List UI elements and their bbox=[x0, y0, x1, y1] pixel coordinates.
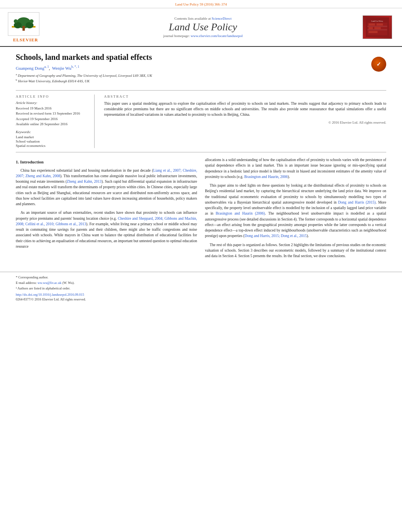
abstract-text: This paper uses a spatial modeling appro… bbox=[104, 101, 386, 118]
svg-rect-15 bbox=[374, 27, 381, 29]
intro-para-1: China has experienced substantial land a… bbox=[16, 168, 197, 207]
affiliation-1-text: Department of Geography and Planning, Th… bbox=[18, 74, 152, 78]
doi-anchor[interactable]: http://dx.doi.org/10.1016/j.landusepol.2… bbox=[16, 293, 84, 297]
ref-brasington-haurin[interactable]: Brasington and Haurin (2006) bbox=[216, 211, 265, 215]
abstract-header: ABSTRACT bbox=[104, 95, 386, 98]
author-email-link[interactable]: ww.wu@liv.ac.uk bbox=[37, 281, 61, 285]
journal-logo-image: Land Use Policy bbox=[365, 17, 390, 37]
copyright-line: © 2016 Elsevier Ltd. All rights reserved… bbox=[104, 120, 386, 124]
article-content: Schools, land markets and spatial effect… bbox=[0, 47, 402, 268]
elsevier-logo: ELSEVIER bbox=[8, 12, 43, 42]
ref-liang-2007[interactable]: Liang et al., 2007; Cheshire, 2007; Zhen… bbox=[16, 169, 197, 178]
crossmark-icon: ✓ bbox=[371, 57, 386, 72]
svg-rect-13 bbox=[376, 23, 383, 25]
author-2-name: Wenjie Wu bbox=[52, 66, 71, 70]
doi-link: http://dx.doi.org/10.1016/j.landusepol.2… bbox=[16, 293, 386, 297]
body-col-right: allocations is a solid understanding of … bbox=[205, 157, 386, 262]
affiliation-2-sup: b bbox=[16, 78, 17, 82]
journal-header: ELSEVIER Contents lists available at Sci… bbox=[0, 8, 402, 47]
svg-rect-12 bbox=[368, 23, 375, 25]
corresponding-author-note: * Corresponding author. bbox=[16, 275, 386, 280]
history-label: Article history: bbox=[16, 101, 89, 105]
journal-header-center: Contents lists available at ScienceDirec… bbox=[51, 17, 355, 38]
elsevier-tree-icon bbox=[10, 14, 37, 34]
affiliation-1-sup: a bbox=[16, 73, 17, 76]
journal-ref-text: Land Use Policy 59 (2016) 366–374 bbox=[175, 2, 227, 6]
journal-reference-bar: Land Use Policy 59 (2016) 366–374 bbox=[0, 0, 402, 8]
keyword-1: Land market bbox=[16, 135, 89, 139]
ref-cheshire-2004[interactable]: Cheshire and Sheppard, 2004; Gibbons and… bbox=[16, 217, 197, 226]
ref-zheng-2013[interactable]: Zheng and Kahn, 2013 bbox=[67, 180, 101, 184]
affiliation-2: b Heriot-Watt University, Edinburgh EH14… bbox=[16, 78, 152, 83]
received-date: Received 19 March 2016 bbox=[16, 106, 89, 111]
abstract-col: ABSTRACT This paper uses a spatial model… bbox=[102, 95, 386, 148]
accepted-date: Accepted 19 September 2016 bbox=[16, 117, 89, 122]
revised-date: Received in revised form 13 September 20… bbox=[16, 111, 89, 116]
title-authors-block: Schools, land markets and spatial effect… bbox=[16, 53, 152, 87]
article-info-col: ARTICLE INFO Article history: Received 1… bbox=[16, 95, 95, 148]
footer-area: * Corresponding author. E-mail address: … bbox=[0, 272, 402, 304]
keyword-3: Spatial econometrics bbox=[16, 144, 89, 148]
journal-logo: Land Use Policy bbox=[363, 15, 394, 39]
paper-title: Schools, land markets and spatial effect… bbox=[16, 53, 152, 62]
svg-point-5 bbox=[14, 19, 18, 23]
right-para-2: This paper aims to shed lights on these … bbox=[205, 183, 386, 239]
email-note: E-mail address: ww.wu@liv.ac.uk (W. Wu). bbox=[16, 281, 386, 285]
ref-dong-harris-2015[interactable]: Dong and Harris (2015) bbox=[338, 200, 376, 204]
right-para-1: allocations is a solid understanding of … bbox=[205, 157, 386, 180]
right-para-3: The rest of this paper is organized as f… bbox=[205, 242, 386, 259]
journal-title: Land Use Policy bbox=[51, 21, 355, 33]
keywords-section: Keywords: Land market School valuation S… bbox=[16, 130, 89, 148]
authors-line: Guanpeng Donga, 1, Wenjie Wub, *, 1 bbox=[16, 65, 152, 70]
affiliation-2-text: Heriot-Watt University, Edinburgh EH14 4… bbox=[18, 79, 90, 83]
article-info-header: ARTICLE INFO bbox=[16, 95, 89, 98]
ref-dong-harris-dong[interactable]: Dong and Harris, 2015; Dong et al., 2015 bbox=[245, 234, 307, 238]
author-2-link[interactable]: Wenjie Wub, *, 1 bbox=[52, 66, 79, 70]
elsevier-logo-image bbox=[8, 12, 39, 36]
keywords-label: Keywords: bbox=[16, 130, 89, 134]
ref-brasington-2006[interactable]: Brasington and Haurin, 2006 bbox=[244, 175, 288, 179]
affiliations: a Department of Geography and Planning, … bbox=[16, 73, 152, 83]
affiliation-1: a Department of Geography and Planning, … bbox=[16, 73, 152, 78]
author-1-link[interactable]: Guanpeng Donga, 1 bbox=[16, 66, 49, 70]
journal-logo-box: Land Use Policy bbox=[363, 15, 392, 39]
paper-title-section: Schools, land markets and spatial effect… bbox=[16, 53, 386, 87]
keyword-2: School valuation bbox=[16, 139, 89, 143]
contents-line: Contents lists available at ScienceDirec… bbox=[51, 17, 355, 20]
author-1-sup: a, 1 bbox=[44, 65, 49, 69]
svg-rect-14 bbox=[368, 27, 373, 29]
body-columns: 1. Introduction China has experienced su… bbox=[16, 157, 386, 262]
intro-heading: 1. Introduction bbox=[16, 159, 197, 165]
author-1-name: Guanpeng Dong bbox=[16, 66, 44, 70]
intro-para-2: As an important source of urban external… bbox=[16, 210, 197, 249]
homepage-line: journal homepage: www.elsevier.com/locat… bbox=[51, 34, 355, 38]
sciencedirect-link[interactable]: ScienceDirect bbox=[212, 17, 231, 20]
elsevier-wordmark: ELSEVIER bbox=[8, 37, 43, 42]
crossmark-badge-container: ✓ bbox=[371, 53, 386, 72]
alphabetical-note: ¹ Authors are listed in alphabetical ord… bbox=[16, 286, 386, 291]
journal-homepage-link[interactable]: www.elsevier.com/locate/landusepol bbox=[191, 34, 243, 38]
svg-text:Land Use Policy: Land Use Policy bbox=[371, 20, 383, 22]
article-meta-section: ARTICLE INFO Article history: Received 1… bbox=[16, 90, 386, 152]
svg-rect-4 bbox=[22, 26, 25, 31]
author-2-sup: b, *, 1 bbox=[71, 65, 79, 69]
svg-point-6 bbox=[30, 19, 34, 23]
available-date: Available online 28 September 2016 bbox=[16, 122, 89, 127]
svg-rect-16 bbox=[368, 31, 378, 33]
issn-text: 0264-8377/© 2016 Elsevier Ltd. All right… bbox=[16, 297, 386, 301]
body-col-left: 1. Introduction China has experienced su… bbox=[16, 157, 197, 262]
